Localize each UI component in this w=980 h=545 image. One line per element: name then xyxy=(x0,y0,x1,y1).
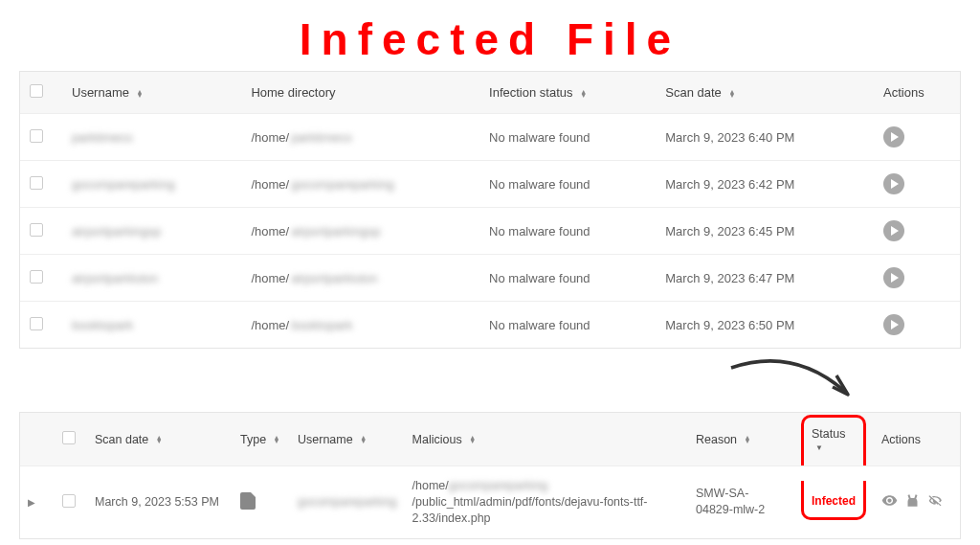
sort-icon[interactable] xyxy=(137,90,144,98)
header-username[interactable]: Username xyxy=(72,85,129,100)
header-reason[interactable]: Reason xyxy=(696,433,737,446)
header-actions: Actions xyxy=(883,85,924,100)
sort-icon[interactable] xyxy=(274,436,280,443)
page-title: Infected File xyxy=(0,0,980,71)
sort-icon[interactable] xyxy=(728,90,735,98)
table-row: airportparkluton /home/airportparkluton … xyxy=(20,255,960,302)
play-button[interactable] xyxy=(883,267,904,288)
infection-cell: No malware found xyxy=(489,271,590,285)
row-checkbox[interactable] xyxy=(62,494,76,508)
header-scan-date[interactable]: Scan date xyxy=(95,433,148,446)
expand-row-icon[interactable]: ▶ xyxy=(28,497,35,508)
sort-down-icon[interactable]: ▼ xyxy=(815,443,823,452)
scan-date-cell: March 9, 2023 6:40 PM xyxy=(665,130,794,145)
home-dir-prefix: /home/ xyxy=(251,318,289,332)
reason-cell: SMW-SA-04829-mlw-2 xyxy=(696,487,765,516)
row-checkbox[interactable] xyxy=(30,270,43,284)
scan-date-cell: March 9, 2023 5:53 PM xyxy=(95,495,219,509)
table-row: booktopark /home/booktopark No malware f… xyxy=(20,302,960,349)
home-dir-blur: airportparkluton xyxy=(291,271,377,285)
home-dir-prefix: /home/ xyxy=(251,271,289,285)
scan-date-cell: March 9, 2023 6:47 PM xyxy=(665,271,794,285)
arrow-icon xyxy=(702,354,875,410)
scan-results-panel: Username Home directory Infection status… xyxy=(19,71,961,349)
table-row: airportparkingsp /home/airportparkingsp … xyxy=(20,208,960,255)
home-dir-blur: parktimeco xyxy=(291,130,352,145)
home-dir-prefix: /home/ xyxy=(251,224,289,238)
home-dir-blur: airportparkingsp xyxy=(291,224,380,238)
malicious-prefix: /home/ xyxy=(412,479,449,492)
sort-icon[interactable] xyxy=(580,90,587,98)
play-button[interactable] xyxy=(883,314,904,335)
play-button[interactable] xyxy=(883,126,904,148)
status-infected: Infected xyxy=(812,494,856,508)
select-all-checkbox[interactable] xyxy=(62,431,76,444)
username-cell: booktopark xyxy=(72,318,133,332)
header-username[interactable]: Username xyxy=(298,433,353,446)
row-checkbox[interactable] xyxy=(30,176,43,190)
infection-cell: No malware found xyxy=(489,130,590,145)
table-row: ▶ March 9, 2023 5:53 PM gocompareparking… xyxy=(20,466,960,538)
header-scan-date[interactable]: Scan date xyxy=(665,85,722,100)
header-malicious[interactable]: Malicious xyxy=(412,433,462,446)
play-button[interactable] xyxy=(883,220,904,241)
row-checkbox[interactable] xyxy=(30,317,43,330)
home-dir-prefix: /home/ xyxy=(251,177,289,192)
header-status[interactable]: Status xyxy=(812,427,845,441)
clean-icon[interactable] xyxy=(905,493,920,508)
arrow-annotation xyxy=(19,354,961,412)
scan-date-cell: March 9, 2023 6:42 PM xyxy=(665,177,794,192)
infection-cell: No malware found xyxy=(489,318,590,332)
hide-icon[interactable] xyxy=(927,492,944,509)
file-icon xyxy=(240,492,256,510)
row-checkbox[interactable] xyxy=(30,129,43,143)
header-home-directory: Home directory xyxy=(251,85,335,100)
row-checkbox[interactable] xyxy=(30,223,43,237)
home-dir-prefix: /home/ xyxy=(251,130,289,145)
malicious-suffix: /public_html/admin/pdf/fonts/dejavu-font… xyxy=(412,495,648,525)
view-icon[interactable] xyxy=(881,492,898,509)
username-cell: airportparkingsp xyxy=(72,224,161,238)
sort-icon[interactable] xyxy=(156,436,163,443)
select-all-checkbox[interactable] xyxy=(30,84,43,98)
username-cell: gocompareparking xyxy=(72,177,175,192)
infection-cell: No malware found xyxy=(489,177,590,192)
scan-date-cell: March 9, 2023 6:50 PM xyxy=(665,318,794,332)
malicious-blur: gocompareparking xyxy=(449,478,548,494)
home-dir-blur: gocompareparking xyxy=(291,177,394,192)
scan-table: Username Home directory Infection status… xyxy=(20,72,960,348)
sort-icon[interactable] xyxy=(745,436,751,443)
table-row: gocompareparking /home/gocompareparking … xyxy=(20,161,960,208)
infected-files-panel: Scan date Type Username Malicious Reason xyxy=(19,412,961,539)
header-infection-status[interactable]: Infection status xyxy=(489,85,572,100)
sort-icon[interactable] xyxy=(360,436,367,443)
sort-icon[interactable] xyxy=(469,436,476,443)
play-button[interactable] xyxy=(883,173,904,194)
infected-table: Scan date Type Username Malicious Reason xyxy=(20,413,960,538)
header-actions: Actions xyxy=(881,433,921,446)
table-row: parktimeco /home/parktimeco No malware f… xyxy=(20,114,960,161)
header-type[interactable]: Type xyxy=(240,433,266,446)
username-cell: gocompareparking xyxy=(298,494,397,511)
infection-cell: No malware found xyxy=(489,224,590,238)
home-dir-blur: booktopark xyxy=(291,318,352,332)
username-cell: airportparkluton xyxy=(72,271,158,285)
scan-date-cell: March 9, 2023 6:45 PM xyxy=(665,224,794,238)
username-cell: parktimeco xyxy=(72,130,133,145)
